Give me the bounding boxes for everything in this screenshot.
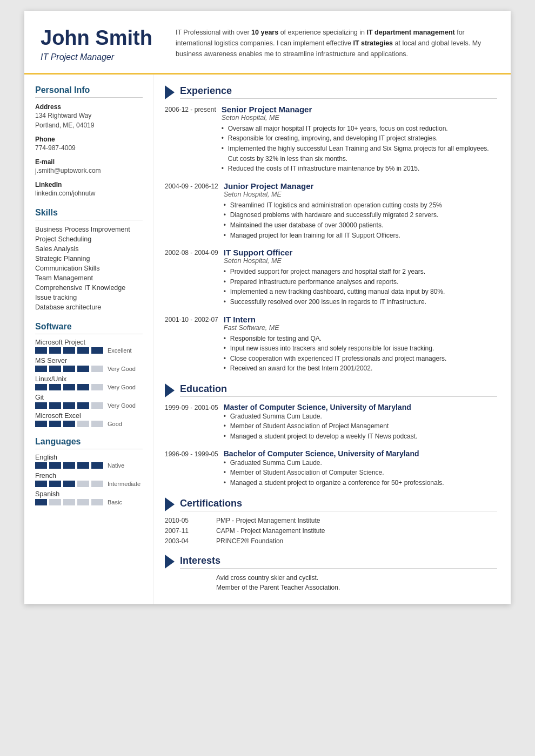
bar-label: Native <box>108 462 124 469</box>
software-name: French <box>35 472 143 480</box>
header: John Smith IT Project Manager IT Profess… <box>24 11 511 75</box>
bar-empty <box>91 384 103 390</box>
certification-row: 2007-11CAPM - Project Management Institu… <box>165 527 497 535</box>
bar-filled <box>35 366 47 372</box>
cert-name: PMP - Project Management Institute <box>216 517 320 524</box>
skill-item: Comprehensive IT Knowledge <box>35 283 143 293</box>
skill-item: Sales Analysis <box>35 244 143 254</box>
bar-empty <box>49 499 61 505</box>
certifications-list: 2010-05PMP - Project Management Institut… <box>165 517 497 545</box>
software-list: Microsoft ProjectExcellentMS ServerVery … <box>35 339 143 427</box>
skill-item: Communication Skills <box>35 264 143 273</box>
software-item: Microsoft ProjectExcellent <box>35 339 143 354</box>
software-title: Software <box>35 322 143 334</box>
entry-content: Junior Project ManagerSeton Hospital, ME… <box>224 181 497 240</box>
entry-date: 1996-09 - 1999-05 <box>165 449 218 488</box>
bar-filled <box>35 421 47 427</box>
bar-empty <box>77 499 89 505</box>
entry-date: 2004-09 - 2006-12 <box>165 181 218 240</box>
education-section-header: Education <box>165 383 497 397</box>
entry-date: 2006-12 - present <box>165 105 216 174</box>
entry-company: Fast Software, ME <box>224 324 497 332</box>
bullet-item: Graduated Summa Cum Laude. <box>224 458 497 468</box>
experience-list: 2006-12 - presentSenior Project ManagerS… <box>165 105 497 374</box>
skills-list: Business Process ImprovementProject Sche… <box>35 225 143 312</box>
interest-item: Member of the Parent Teacher Association… <box>216 584 497 591</box>
entry-date: 2001-10 - 2002-07 <box>165 315 218 374</box>
bar-empty <box>91 499 103 505</box>
education-entry: 1999-09 - 2001-05Master of Computer Scie… <box>165 403 497 442</box>
skill-item: Business Process Improvement <box>35 225 143 234</box>
software-name: Microsoft Project <box>35 339 143 346</box>
bar-filled <box>49 462 61 469</box>
experience-arrow-icon <box>165 85 175 99</box>
bar-filled <box>63 366 75 372</box>
bar-filled <box>77 402 89 409</box>
entry-date: 2002-08 - 2004-09 <box>165 248 218 307</box>
bar-empty <box>91 421 103 427</box>
bar-filled <box>35 462 47 469</box>
bar-label: Very Good <box>108 384 136 390</box>
bar-empty <box>63 499 75 505</box>
entry-job-title: IT Support Officer <box>224 248 497 257</box>
interests-title: Interests <box>180 555 497 569</box>
experience-entry: 2002-08 - 2004-09IT Support OfficerSeton… <box>165 248 497 307</box>
phone-label: Phone <box>35 136 143 143</box>
personal-linkedin: LinkedIn linkedin.com/johnutw <box>35 181 143 198</box>
bar-filled <box>49 402 61 409</box>
bar-empty <box>77 481 89 487</box>
entry-content: IT Support OfficerSeton Hospital, MEProv… <box>224 248 497 307</box>
skill-item: Strategic Planning <box>35 254 143 264</box>
bullet-item: Implemented the highly successful Lean T… <box>222 144 497 164</box>
main-content: Experience 2006-12 - presentSenior Proje… <box>154 75 511 605</box>
entry-date: 1999-09 - 2001-05 <box>165 403 218 442</box>
bullet-item: Received an award for the best Intern 20… <box>224 363 497 374</box>
bar-filled <box>49 347 61 354</box>
bullet-item: Managed a student project to develop a w… <box>224 431 497 442</box>
bullet-item: Diagnosed problems with hardware and suc… <box>224 210 497 220</box>
address-value: 134 Rightward WayPortland, ME, 04019 <box>35 111 143 130</box>
bullet-item: Reduced the costs of IT infrastructure m… <box>222 164 497 174</box>
software-name: Linux/Unix <box>35 375 143 383</box>
entry-content: Bachelor of Computer Science, University… <box>224 449 497 488</box>
certification-row: 2010-05PMP - Project Management Institut… <box>165 517 497 524</box>
phone-value: 774-987-4009 <box>35 143 143 153</box>
interest-item: Avid cross country skier and cyclist. <box>216 574 497 582</box>
bullet-item: Prepared infrastructure performance anal… <box>224 277 497 287</box>
certifications-title: Certifications <box>180 498 497 511</box>
cert-date: 2007-11 <box>165 527 211 535</box>
bar-filled <box>35 481 47 487</box>
skill-item: Database architecture <box>35 302 143 312</box>
bar-filled <box>49 384 61 390</box>
bar-filled <box>63 462 75 469</box>
bar-filled <box>63 347 75 354</box>
personal-email: E-mail j.smith@uptowork.com <box>35 158 143 176</box>
email-value: j.smith@uptowork.com <box>35 166 143 176</box>
bar-label: Very Good <box>108 402 136 409</box>
bar-label: Good <box>108 421 122 427</box>
entry-company: Seton Hospital, ME <box>222 114 497 122</box>
interests-arrow-icon <box>165 555 175 569</box>
software-item: SpanishBasic <box>35 490 143 505</box>
software-item: FrenchIntermediate <box>35 472 143 487</box>
software-item: Microsoft ExcelGood <box>35 412 143 427</box>
linkedin-value: linkedin.com/johnutw <box>35 188 143 198</box>
experience-entry: 2004-09 - 2006-12Junior Project ManagerS… <box>165 181 497 240</box>
experience-title: Experience <box>180 85 497 99</box>
bar-row: Excellent <box>35 347 143 354</box>
certification-row: 2003-04PRINCE2® Foundation <box>165 537 497 545</box>
bullet-item: Graduated Summa Cum Laude. <box>224 411 497 422</box>
cert-name: PRINCE2® Foundation <box>216 537 283 545</box>
bar-filled <box>49 481 61 487</box>
bullet-item: Input new issues into trackers and solel… <box>224 343 497 354</box>
edu-degree-title: Bachelor of Computer Science, University… <box>224 449 497 458</box>
address-label: Address <box>35 103 143 111</box>
bullet-item: Close cooperation with experienced IT pr… <box>224 354 497 364</box>
bullet-item: Streamlined IT logistics and administrat… <box>224 200 497 211</box>
education-title: Education <box>180 383 497 397</box>
bar-filled <box>77 384 89 390</box>
bar-empty <box>91 366 103 372</box>
header-summary: IT Professional with over 10 years of ex… <box>176 27 494 59</box>
skill-item: Issue tracking <box>35 293 143 302</box>
entry-job-title: Junior Project Manager <box>224 181 497 191</box>
